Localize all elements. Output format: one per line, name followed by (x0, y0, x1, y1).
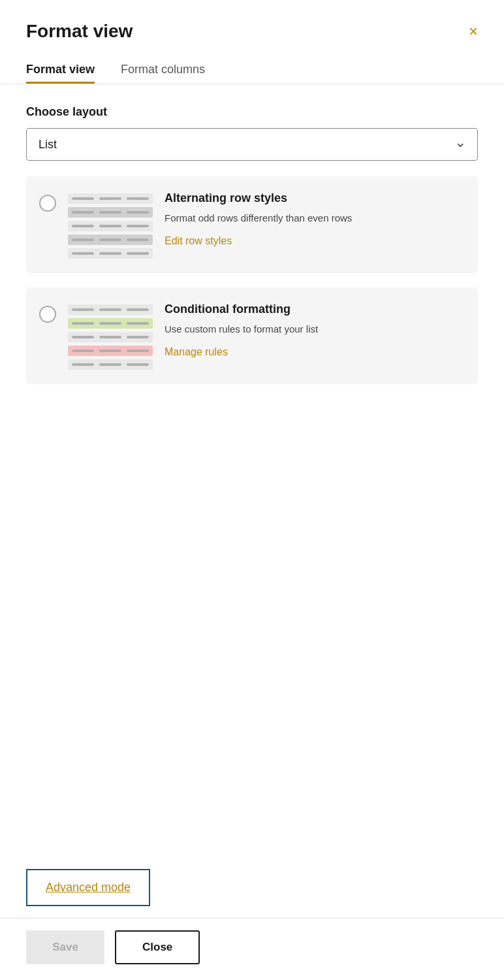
dash (127, 252, 149, 255)
dash (99, 336, 121, 338)
alternating-row-preview (68, 193, 153, 259)
dash (99, 252, 121, 255)
dash (99, 211, 121, 214)
dash (127, 308, 149, 311)
panel-content: Choose layout List Compact list Gallery … (0, 84, 504, 869)
alternating-row-title: Alternating row styles (165, 191, 465, 206)
alternating-row-radio[interactable] (39, 195, 56, 212)
tab-bar: Format view Format columns (0, 42, 504, 84)
dash (72, 238, 94, 241)
dash (127, 197, 149, 200)
save-button: Save (26, 930, 104, 964)
tab-format-columns[interactable]: Format columns (121, 57, 205, 84)
dash (72, 336, 94, 338)
cf-preview-row-1 (68, 304, 153, 315)
format-view-panel: Format view × Format view Format columns… (0, 0, 504, 980)
dash (72, 350, 94, 352)
tab-format-view[interactable]: Format view (26, 57, 95, 84)
dash (99, 322, 121, 325)
cf-preview-row-4 (68, 346, 153, 356)
panel-title: Format view (26, 21, 133, 42)
dash (127, 225, 149, 227)
cf-preview-row-2 (68, 318, 153, 329)
layout-section-label: Choose layout (26, 105, 478, 119)
preview-row-1 (68, 193, 153, 204)
close-button[interactable]: Close (115, 930, 200, 964)
conditional-formatting-desc: Use custom rules to format your list (165, 322, 465, 337)
dash (127, 363, 149, 366)
dash (127, 238, 149, 241)
dash (72, 197, 94, 200)
dash (72, 363, 94, 366)
dash (99, 225, 121, 227)
dash (127, 350, 149, 352)
dash (99, 363, 121, 366)
preview-row-3 (68, 221, 153, 231)
dash (99, 238, 121, 241)
edit-row-styles-link[interactable]: Edit row styles (165, 235, 232, 246)
layout-select-wrapper: List Compact list Gallery Calendar (26, 128, 478, 161)
conditional-formatting-preview (68, 304, 153, 370)
close-icon-button[interactable]: × (469, 24, 478, 39)
dash (72, 322, 94, 325)
conditional-formatting-info: Conditional formatting Use custom rules … (165, 302, 465, 358)
footer: Save Close (0, 918, 504, 980)
alternating-row-desc: Format odd rows differently than even ro… (165, 211, 465, 226)
dash (99, 350, 121, 352)
dash (127, 322, 149, 325)
preview-row-4 (68, 235, 153, 245)
dash (72, 308, 94, 311)
conditional-formatting-title: Conditional formatting (165, 302, 465, 317)
dash (99, 197, 121, 200)
layout-select[interactable]: List Compact list Gallery Calendar (26, 128, 478, 161)
dash (72, 252, 94, 255)
preview-row-5 (68, 248, 153, 259)
panel-header: Format view × (0, 0, 504, 42)
dash (72, 211, 94, 214)
conditional-formatting-card: Conditional formatting Use custom rules … (26, 287, 478, 384)
cf-preview-row-5 (68, 359, 153, 370)
cf-preview-row-3 (68, 332, 153, 342)
alternating-row-info: Alternating row styles Format odd rows d… (165, 191, 465, 247)
dash (72, 225, 94, 227)
preview-row-2 (68, 207, 153, 218)
conditional-formatting-radio[interactable] (39, 306, 56, 323)
dash (99, 308, 121, 311)
bottom-section: Advanced mode (0, 869, 504, 906)
dash (127, 211, 149, 214)
manage-rules-link[interactable]: Manage rules (165, 346, 228, 357)
alternating-row-card: Alternating row styles Format odd rows d… (26, 176, 478, 273)
advanced-mode-button[interactable]: Advanced mode (26, 869, 150, 906)
dash (127, 336, 149, 338)
